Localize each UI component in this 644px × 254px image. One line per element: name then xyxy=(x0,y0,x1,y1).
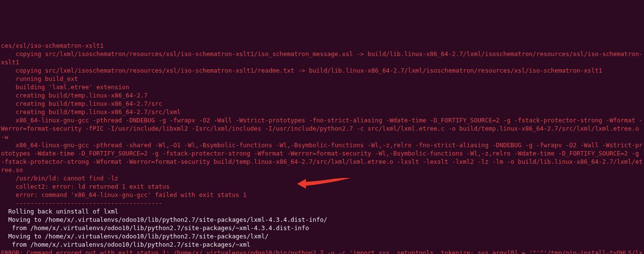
terminal-line: copying src/lxml/isoschematron/resources… xyxy=(1,66,643,75)
terminal-line: Rolling back uninstall of lxml xyxy=(1,207,643,215)
terminal-line: running build_ext xyxy=(1,75,643,83)
terminal-line: x86_64-linux-gnu-gcc -pthread -shared -W… xyxy=(1,141,643,174)
terminal-line: Moving to /home/x/.virtualenvs/odoo10/li… xyxy=(1,232,643,240)
terminal-line: Moving to /home/x/.virtualenvs/odoo10/li… xyxy=(1,215,643,224)
terminal-line: building 'lxml.etree' extension xyxy=(1,83,643,91)
terminal-line: collect2: error: ld returned 1 exit stat… xyxy=(1,182,643,191)
terminal-line: error: command 'x86_64-linux-gnu-gcc' fa… xyxy=(1,191,643,199)
terminal-line: copying src/lxml/isoschematron/resources… xyxy=(1,50,643,66)
terminal-line: ces/xsl/iso-schematron-xslt1 xyxy=(1,41,643,50)
terminal-output[interactable]: ces/xsl/iso-schematron-xslt1 copying src… xyxy=(0,41,644,254)
terminal-line: ---------------------------------------- xyxy=(1,199,643,207)
terminal-line: ERROR: Command errored out with exit sta… xyxy=(1,249,643,254)
terminal-line: creating build/temp.linux-x86_64-2.7/src… xyxy=(1,108,643,116)
terminal-line: creating build/temp.linux-x86_64-2.7 xyxy=(1,91,643,99)
terminal-line: creating build/temp.linux-x86_64-2.7/src xyxy=(1,99,643,108)
terminal-line: from /home/x/.virtualenvs/odoo10/lib/pyt… xyxy=(1,224,643,232)
terminal-line: x86_64-linux-gnu-gcc -pthread -DNDEBUG -… xyxy=(1,116,643,141)
terminal-line: /usr/bin/ld: cannot find -lz xyxy=(1,174,643,182)
terminal-line: from /home/x/.virtualenvs/odoo10/lib/pyt… xyxy=(1,240,643,249)
